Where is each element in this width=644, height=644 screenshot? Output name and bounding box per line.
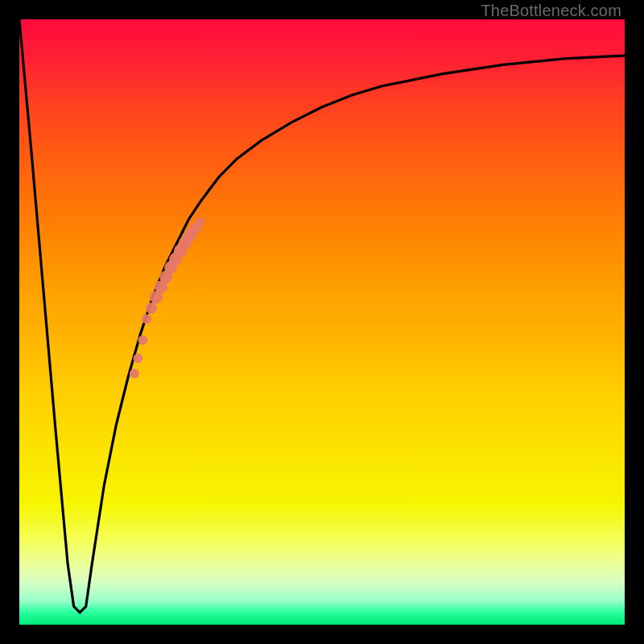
plot-area [19, 19, 625, 625]
bottleneck-curve [19, 19, 625, 613]
highlight-marker [138, 336, 147, 345]
curve-layer [19, 19, 625, 613]
highlight-marker [142, 314, 151, 324]
highlight-marker [146, 303, 157, 314]
chart-frame: TheBottleneck.com [0, 0, 644, 644]
chart-svg [19, 19, 625, 625]
attribution-text: TheBottleneck.com [481, 2, 621, 20]
highlight-marker [133, 353, 142, 363]
highlight-marker [195, 217, 204, 227]
marker-layer [130, 217, 204, 378]
highlight-marker [130, 369, 139, 378]
